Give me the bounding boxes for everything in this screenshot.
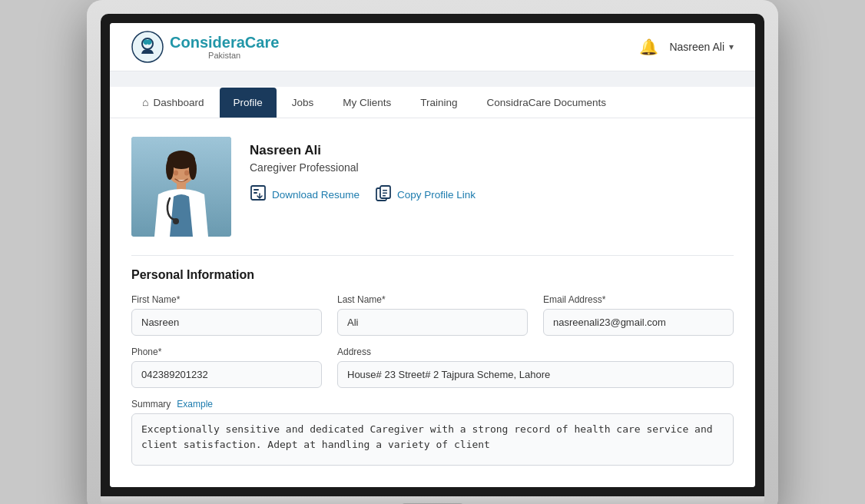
svg-point-9 bbox=[173, 218, 179, 224]
nav-tabs: ⌂ Dashboard Profile Jobs My Clients Trai… bbox=[110, 87, 755, 118]
svg-point-6 bbox=[166, 158, 174, 180]
tab-profile[interactable]: Profile bbox=[220, 88, 277, 118]
svg-point-0 bbox=[132, 32, 163, 62]
logo-suffix: Care bbox=[245, 34, 279, 51]
profile-header: Nasreen Ali Caregiver Professional bbox=[131, 137, 734, 237]
example-link[interactable]: Example bbox=[177, 399, 213, 410]
bell-icon[interactable]: 🔔 bbox=[639, 38, 658, 56]
tab-profile-label: Profile bbox=[234, 97, 263, 108]
svg-rect-19 bbox=[383, 195, 386, 197]
download-resume-icon bbox=[250, 184, 267, 205]
tab-jobs-label: Jobs bbox=[292, 97, 314, 108]
last-name-group: Last Name* bbox=[337, 294, 528, 336]
logo-brand: ConsideraCare bbox=[170, 34, 279, 51]
email-group: Email Address* bbox=[543, 294, 734, 336]
email-input[interactable] bbox=[543, 309, 734, 336]
phone-label: Phone* bbox=[131, 346, 322, 357]
svg-rect-16 bbox=[380, 186, 390, 198]
logo-text: ConsideraCare Pakistan bbox=[170, 34, 279, 60]
tab-jobs[interactable]: Jobs bbox=[278, 88, 328, 118]
main-content: Nasreen Ali Caregiver Professional bbox=[110, 118, 755, 487]
profile-name: Nasreen Ali bbox=[250, 143, 476, 158]
svg-rect-14 bbox=[254, 192, 257, 194]
svg-point-10 bbox=[174, 171, 178, 176]
copy-profile-link-label: Copy Profile Link bbox=[397, 189, 476, 201]
personal-info-title: Personal Information bbox=[131, 268, 734, 282]
tab-my-clients-label: My Clients bbox=[343, 97, 391, 108]
logo-area: ConsideraCare Pakistan bbox=[131, 31, 279, 63]
user-dropdown[interactable]: Nasreen Ali ▾ bbox=[669, 41, 734, 53]
summary-row: Summary Example bbox=[131, 399, 734, 469]
profile-info: Nasreen Ali Caregiver Professional bbox=[250, 137, 476, 205]
svg-rect-17 bbox=[383, 190, 387, 191]
tab-my-clients[interactable]: My Clients bbox=[329, 88, 405, 118]
tab-considracare-documents[interactable]: ConsidraCare Documents bbox=[473, 88, 620, 118]
tab-training-label: Training bbox=[420, 97, 457, 108]
tab-considracare-documents-label: ConsidraCare Documents bbox=[487, 97, 606, 108]
screen-bezel: ConsideraCare Pakistan 🔔 Nasreen Ali ▾ bbox=[101, 14, 764, 496]
svg-rect-12 bbox=[251, 186, 265, 200]
tab-dashboard[interactable]: ⌂ Dashboard bbox=[128, 87, 218, 118]
first-name-label: First Name* bbox=[131, 294, 322, 305]
svg-rect-13 bbox=[254, 189, 259, 191]
download-resume-label: Download Resume bbox=[272, 189, 360, 201]
address-group: Address bbox=[337, 346, 734, 388]
download-resume-button[interactable]: Download Resume bbox=[250, 184, 360, 205]
user-name-label: Nasreen Ali bbox=[669, 41, 724, 53]
nav-right: 🔔 Nasreen Ali ▾ bbox=[639, 38, 734, 56]
email-label: Email Address* bbox=[543, 294, 734, 305]
chevron-down-icon: ▾ bbox=[729, 41, 734, 52]
profile-role: Caregiver Professional bbox=[250, 161, 476, 174]
last-name-input[interactable] bbox=[337, 309, 528, 336]
screen: ConsideraCare Pakistan 🔔 Nasreen Ali ▾ bbox=[110, 23, 755, 487]
address-label: Address bbox=[337, 346, 734, 357]
first-name-group: First Name* bbox=[131, 294, 322, 336]
tab-dashboard-label: Dashboard bbox=[153, 97, 204, 108]
address-input[interactable] bbox=[337, 361, 734, 388]
laptop-base bbox=[101, 496, 764, 504]
summary-label-row: Summary Example bbox=[131, 399, 734, 410]
profile-actions: Download Resume bbox=[250, 184, 476, 205]
copy-profile-link-button[interactable]: Copy Profile Link bbox=[375, 184, 476, 205]
profile-photo-svg bbox=[131, 137, 231, 237]
last-name-label: Last Name* bbox=[337, 294, 528, 305]
tab-training[interactable]: Training bbox=[406, 88, 471, 118]
phone-group: Phone* bbox=[131, 346, 322, 388]
first-name-input[interactable] bbox=[131, 309, 322, 336]
profile-photo bbox=[131, 137, 231, 237]
svg-point-11 bbox=[184, 171, 189, 176]
logo-icon bbox=[131, 31, 164, 63]
home-icon: ⌂ bbox=[142, 96, 148, 108]
logo-prefix: Considera bbox=[170, 34, 245, 51]
summary-textarea[interactable] bbox=[131, 413, 734, 466]
copy-profile-link-icon bbox=[375, 184, 392, 205]
gray-spacer bbox=[110, 71, 755, 87]
personal-info-form: First Name* Last Name* Email Address* Ph… bbox=[131, 294, 734, 388]
svg-rect-18 bbox=[383, 193, 387, 194]
logo-sub: Pakistan bbox=[170, 51, 279, 60]
navbar: ConsideraCare Pakistan 🔔 Nasreen Ali ▾ bbox=[110, 23, 755, 71]
svg-point-7 bbox=[189, 158, 197, 180]
phone-input[interactable] bbox=[131, 361, 322, 388]
summary-label: Summary bbox=[131, 399, 171, 410]
laptop-frame: ConsideraCare Pakistan 🔔 Nasreen Ali ▾ bbox=[87, 0, 778, 504]
